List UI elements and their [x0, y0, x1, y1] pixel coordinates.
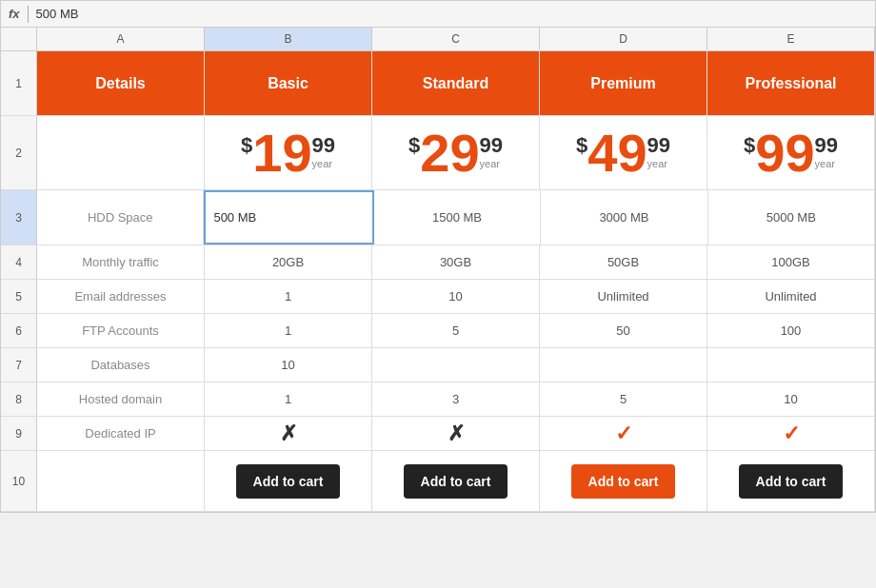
standard-price-symbol: $: [408, 133, 420, 158]
hdd-basic-input[interactable]: [213, 210, 364, 225]
cell-email-premium: Unlimited: [540, 280, 707, 313]
email-premium-value: Unlimited: [597, 289, 648, 304]
traffic-professional-value: 100GB: [771, 255, 809, 269]
cell-email-standard: 10: [372, 280, 540, 313]
cell-premium-price: $ 49 99 year: [540, 116, 707, 189]
ip-basic-cross-icon: ✗: [280, 421, 297, 446]
add-to-cart-professional-button[interactable]: Add to cart: [739, 464, 844, 499]
cell-standard-header: Standard: [372, 51, 540, 115]
cell-ftp-label: FTP Accounts: [37, 314, 205, 347]
row-num-7: 7: [1, 348, 37, 382]
row-num-5: 5: [1, 280, 37, 313]
cell-email-professional: Unlimited: [707, 280, 875, 313]
standard-price-meta: 99 year: [480, 133, 503, 169]
cell-traffic-professional: 100GB: [707, 245, 875, 279]
email-standard-value: 10: [448, 289, 462, 304]
standard-price-year: year: [480, 158, 503, 169]
ftp-label: FTP Accounts: [82, 323, 159, 338]
col-header-b[interactable]: B: [205, 28, 372, 50]
cell-standard-price: $ 29 99 year: [372, 116, 540, 189]
traffic-basic-value: 20GB: [272, 255, 304, 269]
email-basic-value: 1: [285, 289, 291, 304]
cell-hdd-basic[interactable]: [204, 190, 373, 245]
hdd-premium-value: 3000 MB: [599, 210, 648, 225]
add-to-cart-premium-button[interactable]: Add to cart: [571, 464, 676, 499]
cell-hdd-label: HDD Space: [37, 190, 204, 245]
cell-cart-details: [37, 451, 205, 511]
cell-db-label: Databases: [37, 348, 205, 382]
cell-details-price: [37, 116, 205, 189]
ftp-professional-value: 100: [781, 323, 802, 338]
cell-email-label: Email addresses: [37, 280, 205, 313]
premium-price-meta: 99 year: [647, 133, 670, 169]
premium-price-cents: 99: [647, 133, 670, 158]
cell-professional-header: Professional: [707, 51, 875, 115]
cell-hosted-label: Hosted domain: [37, 382, 205, 416]
col-header-a[interactable]: A: [37, 28, 205, 50]
table-row: 1 Details Basic Standard Premium Profess…: [1, 51, 875, 116]
professional-price-year: year: [815, 158, 838, 169]
professional-price-cents: 99: [815, 133, 838, 158]
formula-bar: fx 500 MB: [1, 1, 875, 28]
ip-premium-check-icon: ✓: [615, 421, 632, 446]
add-to-cart-standard-button[interactable]: Add to cart: [404, 464, 508, 499]
standard-price-main: 29: [420, 127, 479, 180]
db-label: Databases: [90, 358, 149, 372]
add-to-cart-basic-button[interactable]: Add to cart: [236, 464, 341, 499]
row-num-9: 9: [1, 417, 37, 450]
table-row: 6 FTP Accounts 1 5 50 100: [1, 314, 875, 348]
ip-professional-check-icon: ✓: [783, 421, 800, 446]
cell-db-premium: [540, 348, 707, 382]
table-row: 4 Monthly traffic 20GB 30GB 50GB 100GB: [1, 245, 875, 280]
cell-ftp-basic: 1: [205, 314, 372, 347]
hdd-label: HDD Space: [88, 210, 153, 225]
col-header-d[interactable]: D: [540, 28, 707, 50]
row-num-3: 3: [1, 190, 37, 245]
cell-premium-header: Premium: [540, 51, 707, 115]
professional-label: Professional: [745, 75, 836, 92]
basic-price-symbol: $: [241, 133, 252, 158]
cell-professional-price: $ 99 99 year: [707, 116, 875, 189]
cell-traffic-label: Monthly traffic: [37, 245, 205, 279]
hdd-standard-value: 1500 MB: [432, 210, 482, 225]
ip-standard-cross-icon: ✗: [448, 421, 465, 446]
hosted-premium-value: 5: [620, 392, 627, 406]
cell-hdd-professional: 5000 MB: [708, 190, 875, 245]
cell-ftp-premium: 50: [540, 314, 707, 347]
row-num-8: 8: [1, 382, 37, 416]
cell-ftp-standard: 5: [372, 314, 540, 347]
table-row: 7 Databases 10: [1, 348, 875, 382]
email-label: Email addresses: [74, 289, 166, 304]
row-num-6: 6: [1, 314, 37, 347]
table-row: 8 Hosted domain 1 3 5 10: [1, 382, 875, 417]
ftp-standard-value: 5: [452, 323, 459, 338]
traffic-standard-value: 30GB: [440, 255, 471, 269]
cell-hosted-premium: 5: [540, 382, 707, 416]
table-body: 1 Details Basic Standard Premium Profess…: [1, 51, 875, 512]
ftp-premium-value: 50: [616, 323, 629, 338]
premium-label: Premium: [590, 75, 655, 92]
cell-basic-price: $ 19 99 year: [205, 116, 372, 189]
fx-icon: fx: [9, 7, 20, 21]
ip-label: Dedicated IP: [85, 426, 155, 441]
formula-value: 500 MB: [36, 7, 79, 21]
professional-price-meta: 99 year: [815, 133, 838, 169]
table-row: 10 Add to cart Add to cart Add to cart A…: [1, 451, 875, 512]
cell-basic-header: Basic: [205, 51, 372, 115]
cell-cart-premium: Add to cart: [540, 451, 707, 511]
table-row: 9 Dedicated IP ✗ ✗ ✓ ✓: [1, 417, 875, 451]
basic-price-main: 19: [252, 127, 311, 180]
cell-details-header: Details: [37, 51, 205, 115]
cell-db-basic: 10: [205, 348, 372, 382]
spreadsheet: fx 500 MB A B C D E 1 Details Basic Stan…: [0, 0, 876, 513]
cell-db-standard: [372, 348, 540, 382]
ftp-basic-value: 1: [285, 323, 291, 338]
cell-hosted-basic: 1: [205, 382, 372, 416]
row-num-4: 4: [1, 245, 37, 279]
formula-divider: [28, 6, 29, 23]
col-header-e[interactable]: E: [707, 28, 875, 50]
table-row: 3 HDD Space 1500 MB 3000 MB 5000 MB: [1, 190, 875, 245]
column-headers: A B C D E: [1, 28, 875, 51]
cell-cart-standard: Add to cart: [372, 451, 540, 511]
col-header-c[interactable]: C: [372, 28, 540, 50]
